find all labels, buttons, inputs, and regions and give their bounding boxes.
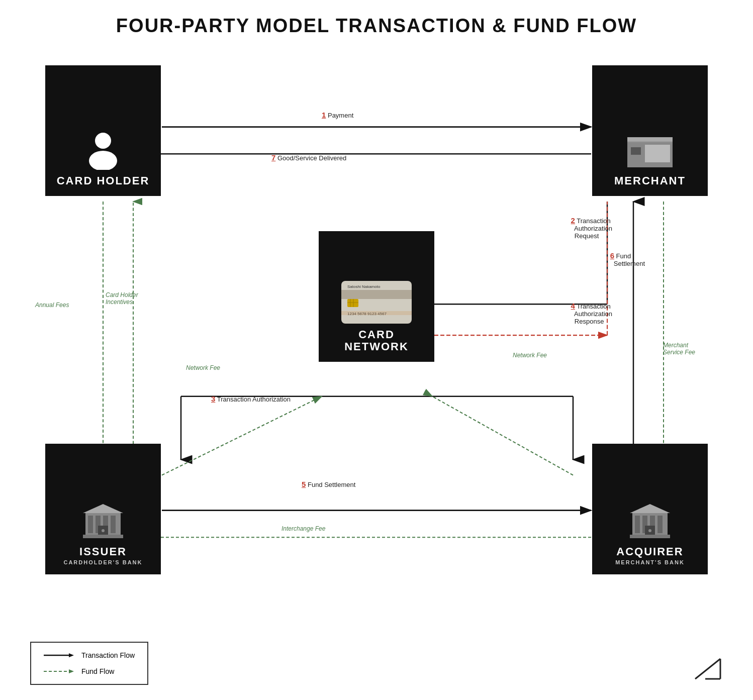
fund-flow-icon [44,666,74,676]
svg-rect-32 [645,145,670,162]
interchange-fee-label: Interchange Fee [281,525,325,532]
svg-marker-49 [83,504,123,513]
transaction-flow-text: Transaction Flow [81,651,135,659]
svg-point-29 [89,151,117,170]
svg-rect-54 [635,516,640,533]
svg-rect-48 [111,516,116,533]
issuer-label: ISSUER [79,546,127,558]
svg-rect-52 [83,535,123,538]
svg-rect-34 [627,137,673,141]
step5-label: 5 Fund Settlement [302,480,355,488]
network-fee-issuer-label: Network Fee [186,364,220,371]
transaction-flow-line [44,650,74,660]
merchant-box: MERCHANT [592,65,708,196]
fund-flow-line [44,666,74,676]
svg-rect-57 [657,516,663,533]
transaction-flow-icon [44,650,74,660]
watermark [693,656,723,685]
network-box: Satoshi Nakamoto 1234 5678 9123 4567 CAR… [319,231,434,362]
svg-point-28 [95,133,111,149]
bank-icon-acquirer [630,503,670,541]
person-icon [83,130,123,170]
svg-line-24 [162,396,322,475]
bank-icon-issuer [83,503,123,541]
svg-text:Satoshi Nakamoto: Satoshi Nakamoto [347,284,381,289]
step3-label: 3 Transaction Authorization [211,394,291,403]
fund-flow-text: Fund Flow [81,667,114,675]
svg-rect-45 [88,516,93,533]
step4-label: 4 Transaction Authorization Response [571,302,612,325]
step1-label: 1 Payment [322,111,353,119]
cardholder-incentives-label: Card HolderIncentives [106,291,138,306]
step7-label: 7 Good/Service Delivered [271,153,346,162]
merchant-service-fee-label: MerchantService Fee [663,342,695,356]
issuer-sublabel: CARDHOLDER'S BANK [63,559,142,565]
svg-rect-37 [347,299,358,307]
svg-line-66 [695,659,720,679]
svg-rect-43 [341,311,412,315]
svg-rect-61 [630,535,670,538]
svg-marker-58 [630,504,670,513]
step6-label: 6 Fund Settlement [610,251,645,267]
svg-point-51 [102,529,105,532]
merchant-label: MERCHANT [614,175,686,187]
issuer-box: ISSUER CARDHOLDER'S BANK [45,444,161,574]
network-fee-acquirer-label: Network Fee [513,352,547,359]
cardholder-label: CARD HOLDER [57,175,150,187]
svg-rect-33 [631,147,641,155]
network-label: CARDNETWORK [344,329,409,353]
svg-marker-65 [69,669,74,673]
legend-fund-flow: Fund Flow [44,666,135,676]
merchant-icon [625,130,675,170]
card-icon: Satoshi Nakamoto 1234 5678 9123 4567 [341,281,412,324]
acquirer-box: ACQUIRER MERCHANT'S BANK [592,444,708,574]
svg-point-60 [648,529,651,532]
cardholder-box: CARD HOLDER [45,65,161,196]
step2-label: 2 Transaction Authorization Request [571,216,612,240]
diagram-area: CARD HOLDER MERCHANT Satoshi Naka [30,50,723,599]
legend: Transaction Flow Fund Flow [30,642,148,685]
svg-marker-63 [69,653,74,657]
svg-line-25 [432,396,573,475]
svg-rect-36 [341,290,412,299]
acquirer-label: ACQUIRER [616,546,683,558]
legend-transaction-flow: Transaction Flow [44,650,135,660]
annual-fees-label: Annual Fees [35,302,69,309]
page-title: FOUR-PARTY MODEL TRANSACTION & FUND FLOW [0,0,753,37]
acquirer-sublabel: MERCHANT'S BANK [615,559,685,565]
